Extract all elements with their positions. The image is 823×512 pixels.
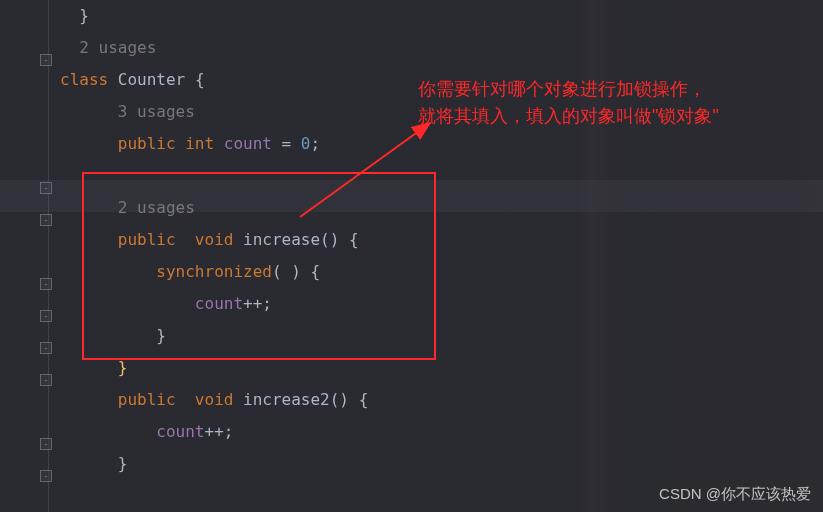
code-line: public void increase2() {	[60, 384, 823, 416]
code-line: }	[60, 0, 823, 32]
code-line: public void increase() {	[60, 224, 823, 256]
fold-icon[interactable]: -	[40, 374, 52, 386]
code-line: }	[60, 320, 823, 352]
usage-hint[interactable]: 2 usages	[60, 32, 823, 64]
fold-icon[interactable]: -	[40, 182, 52, 194]
code-line: synchronized( ) {	[60, 256, 823, 288]
editor-gutter: - - - - - - - - -	[0, 0, 55, 512]
fold-icon[interactable]: -	[40, 278, 52, 290]
annotation-text: 你需要针对哪个对象进行加锁操作， 就将其填入，填入的对象叫做"锁对象"	[418, 76, 719, 130]
fold-icon[interactable]: -	[40, 54, 52, 66]
code-line	[60, 160, 823, 192]
code-line: }	[60, 448, 823, 480]
fold-icon[interactable]: -	[40, 438, 52, 450]
fold-icon[interactable]: -	[40, 310, 52, 322]
code-line: count++;	[60, 416, 823, 448]
watermark: CSDN @你不应该热爱	[659, 485, 811, 504]
fold-icon[interactable]: -	[40, 342, 52, 354]
fold-icon[interactable]: -	[40, 470, 52, 482]
fold-icon[interactable]: -	[40, 214, 52, 226]
code-line: count++;	[60, 288, 823, 320]
code-line: }	[60, 352, 823, 384]
code-line: public int count = 0;	[60, 128, 823, 160]
usage-hint[interactable]: 2 usages	[60, 192, 823, 224]
